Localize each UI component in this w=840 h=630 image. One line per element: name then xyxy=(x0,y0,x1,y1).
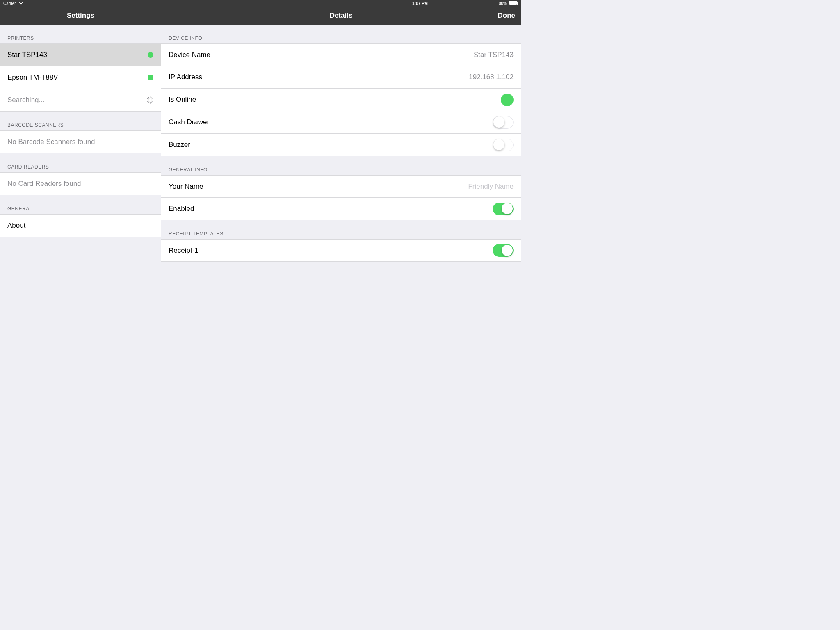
section-header-device-info: DEVICE INFO xyxy=(161,25,521,43)
cardreader-empty-label: No Card Readers found. xyxy=(7,180,153,188)
section-header-general: GENERAL xyxy=(0,195,161,214)
cash-drawer-row: Cash Drawer xyxy=(161,111,521,134)
buzzer-row: Buzzer xyxy=(161,134,521,156)
section-header-receipt: RECEIPT TEMPLATES xyxy=(161,220,521,239)
printer-name: Epson TM-T88V xyxy=(7,73,148,82)
your-name-input[interactable] xyxy=(390,183,514,191)
enabled-row: Enabled xyxy=(161,198,521,220)
master-title: Settings xyxy=(0,7,161,25)
printer-name: Star TSP143 xyxy=(7,51,148,59)
device-name-label: Device Name xyxy=(169,51,474,59)
device-name-row: Device Name Star TSP143 xyxy=(161,43,521,66)
printer-row-epson[interactable]: Epson TM-T88V xyxy=(0,66,161,89)
buzzer-label: Buzzer xyxy=(169,141,493,149)
section-header-cardreaders: CARD READERS xyxy=(0,153,161,172)
ip-address-value: 192.168.1.102 xyxy=(469,73,514,81)
section-header-general-info: GENERAL INFO xyxy=(161,156,521,175)
status-dot-icon xyxy=(148,52,153,58)
device-name-value: Star TSP143 xyxy=(474,51,514,59)
buzzer-switch[interactable] xyxy=(493,139,514,151)
cash-drawer-switch[interactable] xyxy=(493,116,514,129)
wifi-icon xyxy=(18,1,23,6)
cash-drawer-label: Cash Drawer xyxy=(169,118,493,126)
navigation-bar: Settings Details Done xyxy=(0,7,521,25)
section-header-printers: PRINTERS xyxy=(0,25,161,43)
cardreader-empty-row: No Card Readers found. xyxy=(0,173,161,195)
receipt-template-label: Receipt-1 xyxy=(169,247,493,255)
battery-icon xyxy=(509,1,518,5)
status-bar: Carrier 1:07 PM 100% xyxy=(0,0,521,7)
barcode-empty-row: No Barcode Scanners found. xyxy=(0,131,161,153)
ip-address-label: IP Address xyxy=(169,73,469,81)
detail-title: Details xyxy=(330,11,353,20)
done-button[interactable]: Done xyxy=(498,11,516,20)
is-online-row: Is Online xyxy=(161,89,521,111)
your-name-label: Your Name xyxy=(169,183,390,191)
enabled-switch[interactable] xyxy=(493,203,514,215)
searching-label: Searching... xyxy=(7,96,146,104)
barcode-empty-label: No Barcode Scanners found. xyxy=(7,138,153,146)
printer-row-star[interactable]: Star TSP143 xyxy=(0,44,161,66)
status-time: 1:07 PM xyxy=(412,1,428,6)
searching-row: Searching... xyxy=(0,89,161,112)
your-name-row: Your Name xyxy=(161,175,521,198)
carrier-label: Carrier xyxy=(3,1,16,6)
section-header-barcode: BARCODE SCANNERS xyxy=(0,112,161,130)
sidebar: PRINTERS Star TSP143 Epson TM-T88V Searc… xyxy=(0,25,161,390)
spinner-icon xyxy=(146,96,153,104)
receipt-template-row: Receipt-1 xyxy=(161,239,521,262)
online-indicator-icon xyxy=(501,94,514,106)
about-row[interactable]: About xyxy=(0,215,161,237)
is-online-label: Is Online xyxy=(169,96,501,104)
about-label: About xyxy=(7,221,153,230)
status-dot-icon xyxy=(148,75,153,80)
ip-address-row: IP Address 192.168.1.102 xyxy=(161,66,521,89)
enabled-label: Enabled xyxy=(169,205,493,213)
battery-percentage: 100% xyxy=(496,1,507,6)
receipt-template-switch[interactable] xyxy=(493,244,514,257)
detail-pane: DEVICE INFO Device Name Star TSP143 IP A… xyxy=(161,25,521,390)
